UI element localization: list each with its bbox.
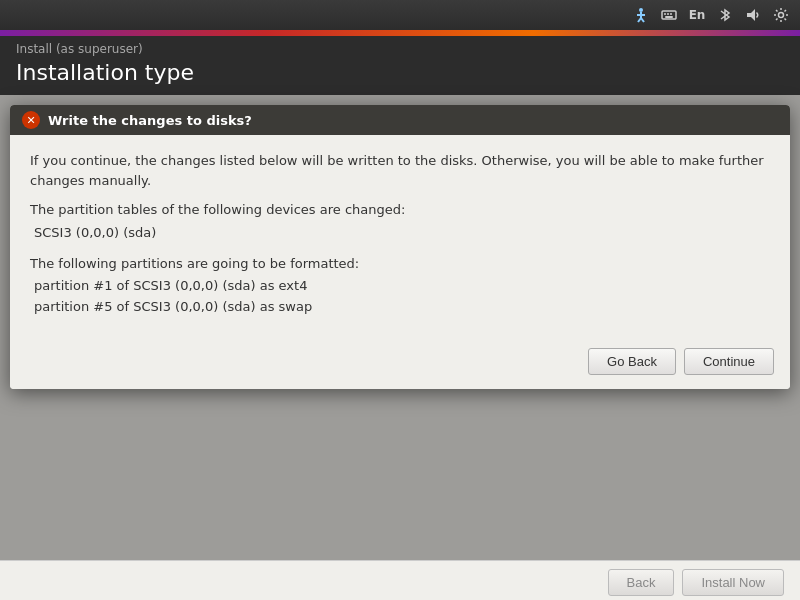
language-icon[interactable]: En (686, 4, 708, 26)
go-back-button[interactable]: Go Back (588, 348, 676, 375)
partition-tables-title: The partition tables of the following de… (30, 200, 770, 221)
bluetooth-icon[interactable] (714, 4, 736, 26)
svg-point-11 (779, 13, 784, 18)
keyboard-icon[interactable] (658, 4, 680, 26)
partition-tables-device: SCSI3 (0,0,0) (sda) (34, 223, 770, 244)
top-bar: En (0, 0, 800, 30)
settings-icon[interactable] (770, 4, 792, 26)
dialog-body: If you continue, the changes listed belo… (10, 135, 790, 340)
volume-icon[interactable] (742, 4, 764, 26)
write-changes-dialog: ✕ Write the changes to disks? If you con… (10, 105, 790, 389)
svg-line-4 (641, 18, 644, 22)
partitions-title: The following partitions are going to be… (30, 254, 770, 275)
bottom-nav-bar: Back Install Now (0, 560, 800, 600)
svg-marker-10 (747, 9, 755, 21)
superuser-label: Install (as superuser) (16, 42, 784, 56)
dialog-overlay: ✕ Write the changes to disks? If you con… (0, 95, 800, 560)
dialog-title: Write the changes to disks? (48, 113, 252, 128)
window-header: Install (as superuser) Installation type (0, 36, 800, 95)
main-content: This computer currently has no detected … (0, 95, 800, 560)
partition-tables-section: The partition tables of the following de… (30, 200, 770, 244)
accessibility-icon[interactable] (630, 4, 652, 26)
page-title: Installation type (16, 60, 784, 85)
install-now-button[interactable]: Install Now (682, 569, 784, 596)
dialog-titlebar: ✕ Write the changes to disks? (10, 105, 790, 135)
partition2-item: partition #5 of SCSI3 (0,0,0) (sda) as s… (34, 297, 770, 318)
back-button[interactable]: Back (608, 569, 675, 596)
dialog-buttons: Go Back Continue (10, 340, 790, 389)
partition1-item: partition #1 of SCSI3 (0,0,0) (sda) as e… (34, 276, 770, 297)
dialog-close-button[interactable]: ✕ (22, 111, 40, 129)
partitions-section: The following partitions are going to be… (30, 254, 770, 318)
dialog-body-line1: If you continue, the changes listed belo… (30, 151, 770, 190)
svg-point-0 (639, 8, 643, 12)
continue-button[interactable]: Continue (684, 348, 774, 375)
